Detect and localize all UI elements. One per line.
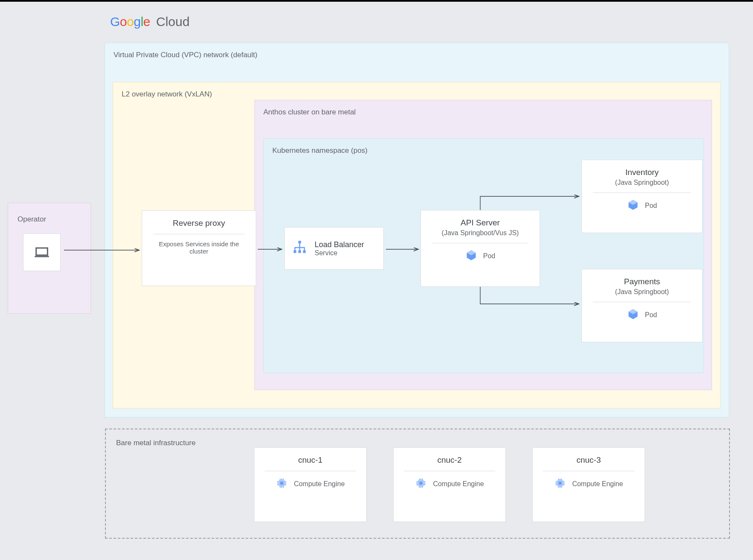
l2-label: L2 overlay network (VxLAN) <box>122 90 712 99</box>
svg-rect-1 <box>294 250 296 253</box>
lb-sub: Service <box>315 249 364 257</box>
svg-rect-7 <box>420 482 423 485</box>
inventory-card: Inventory (Java Springboot) Pod <box>581 160 703 233</box>
svg-rect-5 <box>280 482 283 485</box>
pod-icon <box>627 199 639 213</box>
vm-card: cnuc-2 Compute Engine <box>393 447 506 522</box>
svg-rect-3 <box>303 250 306 253</box>
pod-icon <box>465 249 477 263</box>
svg-rect-9 <box>559 482 562 485</box>
k8s-label: Kubernetes namespace (pos) <box>272 146 695 155</box>
vpc-label: Virtual Private Cloud (VPC) network (def… <box>114 51 720 59</box>
google-cloud-logo: Google Cloud <box>110 15 190 29</box>
operator-label: Operator <box>18 215 81 224</box>
pay-pod-label: Pod <box>645 311 657 319</box>
pay-title: Payments <box>589 277 695 286</box>
vm-card: cnuc-3 Compute Engine <box>532 447 645 522</box>
laptop-icon <box>23 233 61 271</box>
cloud-word: Cloud <box>156 15 190 29</box>
load-balancer-icon <box>292 239 308 257</box>
reverse-title: Reverse proxy <box>149 219 249 228</box>
pod-icon <box>627 308 639 322</box>
api-server-card: API Server (Java Springboot/Vus JS) Pod <box>420 210 540 287</box>
svg-rect-0 <box>298 241 301 243</box>
svg-rect-2 <box>298 250 301 253</box>
vm-type: Compute Engine <box>433 480 484 488</box>
api-title: API Server <box>428 218 533 228</box>
compute-engine-icon <box>276 477 288 491</box>
load-balancer-card: Load Balancer Service <box>284 227 384 270</box>
vm-card: cnuc-1 Compute Engine <box>254 447 367 522</box>
api-sub: (Java Springboot/Vus JS) <box>428 229 533 237</box>
vm-name: cnuc-3 <box>539 455 639 465</box>
bmi-label: Bare metal infrastructure <box>116 439 719 447</box>
compute-engine-icon <box>554 477 566 491</box>
vm-type: Compute Engine <box>572 480 623 488</box>
payments-card: Payments (Java Springboot) Pod <box>581 269 703 342</box>
inv-title: Inventory <box>589 168 695 177</box>
vm-name: cnuc-1 <box>260 455 360 465</box>
reverse-proxy-card: Reverse proxy Exposes Services inside th… <box>142 210 256 286</box>
inv-pod-label: Pod <box>645 202 657 210</box>
compute-engine-icon <box>415 477 427 491</box>
vm-type: Compute Engine <box>294 480 344 488</box>
reverse-desc: Exposes Services inside the cluster <box>149 240 249 255</box>
vm-row: cnuc-1 Compute Engine cnuc-2 Compute Eng… <box>254 447 645 522</box>
anthos-label: Anthos cluster on bare metal <box>263 108 703 117</box>
inv-sub: (Java Springboot) <box>589 179 695 187</box>
api-pod-label: Pod <box>483 252 495 260</box>
pay-sub: (Java Springboot) <box>589 288 695 296</box>
lb-title: Load Balancer <box>315 240 364 249</box>
vm-name: cnuc-2 <box>400 455 499 465</box>
